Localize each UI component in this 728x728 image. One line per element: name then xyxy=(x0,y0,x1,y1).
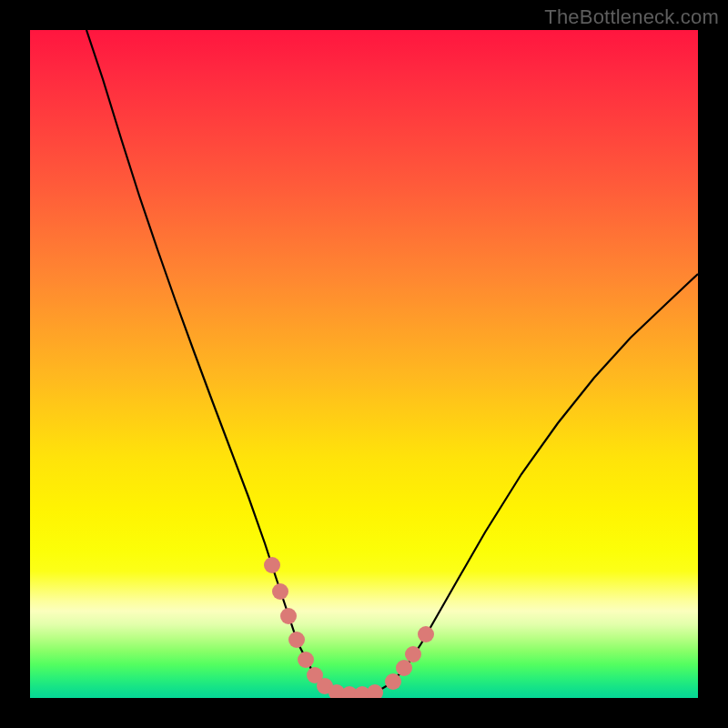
marker-group xyxy=(264,557,434,698)
marker-dot xyxy=(418,626,434,642)
marker-dot xyxy=(298,652,314,668)
marker-dot xyxy=(385,673,401,690)
marker-dot xyxy=(288,632,305,648)
marker-dot xyxy=(272,583,288,600)
curve-path xyxy=(86,30,698,694)
marker-dot xyxy=(280,608,297,624)
plot-area xyxy=(30,30,698,698)
watermark-text: TheBottleneck.com xyxy=(544,5,719,29)
marker-dot xyxy=(396,660,412,676)
marker-dot xyxy=(367,684,383,698)
marker-dot xyxy=(264,557,280,573)
bottleneck-curve xyxy=(30,30,698,698)
marker-dot xyxy=(405,646,421,662)
chart-frame: TheBottleneck.com xyxy=(0,0,728,728)
